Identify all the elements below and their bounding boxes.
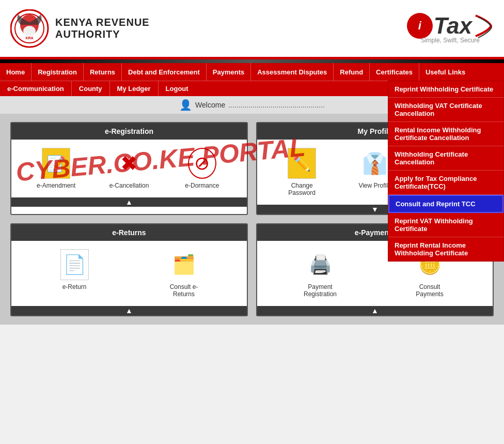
ereturns-header: e-Returns — [11, 224, 247, 241]
ereturns-item-return[interactable]: 📄 e-Return — [51, 249, 98, 290]
eregistration-panel: e-Registration 📝 e-Amendment ✖ e-Cancell… — [10, 122, 248, 215]
user-icon: 👤 — [179, 99, 192, 111]
myprofile-footer-arrow: ▼ — [371, 205, 379, 213]
secondary-nav: e-Communication County My Ledger Logout … — [0, 81, 504, 96]
nav-debt[interactable]: Debt and Enforcement — [122, 63, 207, 81]
eregistration-footer: ▲ — [11, 197, 247, 207]
myprofile-item-password[interactable]: ✏️ Change Password — [279, 148, 325, 196]
cancellation-icon: ✖ — [115, 148, 143, 179]
epayments-footer-arrow: ▲ — [371, 307, 379, 315]
nav-useful-links[interactable]: Useful Links — [419, 63, 471, 81]
nav-ecomm[interactable]: e-Communication — [0, 81, 72, 96]
nav-refund[interactable]: Refund — [334, 63, 370, 81]
nav-county[interactable]: County — [72, 81, 110, 96]
consult-returns-icon: 🗂️ — [170, 249, 198, 280]
ereturn-icon: 📄 — [60, 249, 89, 280]
svg-text:KRA: KRA — [25, 36, 33, 40]
kra-logo-icon: KRA — [10, 9, 49, 48]
dd-item-reprint-vat-wh[interactable]: Reprint VAT Withholding Certificate — [388, 213, 503, 237]
dd-item-reprint-wh[interactable]: Reprint Withholding Certificate — [388, 81, 503, 98]
nav-payments[interactable]: Payments — [207, 63, 251, 81]
username-text: ........................................… — [228, 101, 325, 109]
ereturns-footer: ▲ — [11, 306, 247, 315]
nav-assessment[interactable]: Assessment Disputes — [251, 63, 334, 81]
dormance-icon: ⊘ — [188, 148, 216, 179]
header: KRA Kenya Revenue Authority i Tax Simple… — [0, 0, 504, 59]
welcome-text: Welcome — [195, 101, 225, 109]
nav-logout[interactable]: Logout — [159, 81, 196, 96]
kra-logo-area: KRA Kenya Revenue Authority — [10, 9, 150, 48]
dd-item-wh-cancel[interactable]: Withholding Certificate Cancellation — [388, 146, 503, 171]
change-password-icon: ✏️ — [288, 148, 316, 179]
certificates-dropdown: Reprint Withholding Certificate Withhold… — [388, 81, 504, 262]
nav-returns[interactable]: Returns — [84, 63, 122, 81]
ereturns-footer-arrow: ▲ — [125, 307, 133, 315]
itax-logo-area: i Tax Simple, Swift, Secure — [407, 13, 494, 44]
epayments-footer: ▲ — [257, 306, 493, 315]
eregistration-item-dormance[interactable]: ⊘ e-Dormance — [179, 148, 225, 189]
nav-registration[interactable]: Registration — [32, 63, 84, 81]
ereturns-item-consult[interactable]: 🗂️ Consult e-Returns — [161, 249, 207, 298]
eregistration-footer-arrow: ▲ — [125, 198, 133, 206]
view-profile-icon: 👔 — [360, 148, 389, 179]
payment-reg-icon: 🖨️ — [306, 249, 335, 280]
dd-item-wh-vat-cancel[interactable]: Withholding VAT Certificate Cancellation — [388, 98, 503, 122]
svg-point-3 — [23, 26, 36, 36]
nav-certificates[interactable]: Certificates — [370, 63, 419, 81]
black-bar — [0, 59, 504, 63]
itax-swoosh-icon — [473, 13, 494, 39]
primary-nav: Home Registration Returns Debt and Enfor… — [0, 63, 504, 81]
amendment-icon: 📝 — [42, 148, 70, 179]
dd-item-rental-cancel[interactable]: Rental Income Withholding Certificate Ca… — [388, 122, 503, 146]
epayments-item-registration[interactable]: 🖨️ Payment Registration — [297, 249, 343, 298]
ereturns-panel: e-Returns 📄 e-Return 🗂️ Consult e-Return… — [10, 223, 248, 316]
dd-item-reprint-rental[interactable]: Reprint Rental Income Withholding Certif… — [388, 237, 503, 261]
kra-name: Kenya Revenue Authority — [55, 17, 150, 40]
dd-item-apply-tcc[interactable]: Apply for Tax Compliance Certificate(TCC… — [388, 171, 503, 195]
nav-home[interactable]: Home — [0, 63, 32, 81]
eregistration-header: e-Registration — [11, 123, 247, 140]
nav-ledger[interactable]: My Ledger — [110, 81, 159, 96]
eregistration-item-cancellation[interactable]: ✖ e-Cancellation — [106, 148, 152, 189]
eregistration-item-amendment[interactable]: 📝 e-Amendment — [33, 148, 80, 189]
eregistration-body: 📝 e-Amendment ✖ e-Cancellation ⊘ e-Dorma… — [11, 140, 247, 197]
ereturns-body: 📄 e-Return 🗂️ Consult e-Returns — [11, 241, 247, 306]
dd-item-consult-tcc[interactable]: Consult and Reprint TCC — [388, 195, 503, 213]
